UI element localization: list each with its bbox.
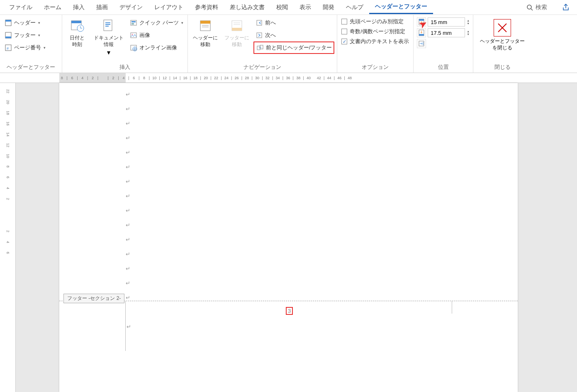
document-page[interactable]: ↵↵↵↵↵↵↵↵↵↵↵↵↵↵↵ フッター -セクション 2- 3 ↵: [59, 83, 518, 392]
next-icon: [255, 31, 263, 39]
page-number-label: ページ番号: [14, 44, 41, 51]
link-to-previous-icon: [256, 44, 264, 52]
header-from-top-spinner[interactable]: ▲▼: [416, 17, 470, 27]
page-number-icon: #: [4, 44, 12, 52]
next-label: 次へ: [265, 32, 276, 39]
svg-rect-31: [234, 24, 240, 25]
next-button[interactable]: 次へ: [253, 29, 335, 41]
document-info-button[interactable]: ドキュメント 情報▾: [91, 17, 126, 57]
svg-rect-22: [131, 45, 136, 50]
tab-view[interactable]: 表示: [294, 1, 317, 14]
document-info-label: ドキュメント 情報: [94, 35, 124, 48]
checkbox-icon: [341, 19, 347, 24]
tab-header-footer[interactable]: ヘッダーとフッター: [369, 0, 433, 14]
close-header-footer-label: ヘッダーとフッター を閉じる: [480, 38, 525, 51]
group-label-navigation: ナビゲーション: [190, 63, 335, 73]
checkbox-icon: [341, 29, 347, 34]
online-image-icon: [129, 44, 138, 52]
tab-layout[interactable]: レイアウト: [149, 1, 189, 14]
previous-icon: [255, 19, 263, 27]
header-button[interactable]: ヘッダー▾: [2, 17, 59, 29]
svg-rect-25: [200, 21, 210, 24]
previous-label: 前へ: [265, 19, 276, 27]
svg-rect-16: [105, 26, 109, 27]
svg-rect-3: [5, 20, 11, 22]
svg-rect-27: [202, 27, 209, 27]
date-time-icon: [69, 17, 85, 34]
tab-home[interactable]: ホーム: [38, 1, 67, 14]
goto-footer-icon: [229, 17, 245, 34]
group-label-header-footer: ヘッダーとフッター: [2, 63, 59, 73]
svg-point-0: [527, 5, 531, 9]
online-image-button[interactable]: オンライン画像: [128, 41, 185, 54]
search-icon: [526, 4, 533, 11]
tab-insert[interactable]: 挿入: [67, 1, 90, 14]
search-button[interactable]: 検索: [523, 2, 550, 13]
quick-parts-icon: [129, 19, 138, 27]
date-time-label: 日付と 時刻: [70, 35, 85, 48]
group-label-options: オプション: [340, 63, 411, 73]
footer-icon: [4, 31, 12, 39]
svg-line-1: [531, 9, 533, 10]
svg-rect-35: [260, 45, 263, 49]
header-top-icon: [417, 17, 426, 27]
search-label: 検索: [536, 4, 547, 11]
footer-from-bottom-spinner[interactable]: ▲▼: [416, 27, 470, 38]
footer-section-tag: フッター -セクション 2-: [63, 294, 124, 303]
tab-mailings[interactable]: 差し込み文書: [224, 1, 270, 14]
insert-alignment-tab-button[interactable]: [416, 38, 470, 49]
link-to-previous-button[interactable]: 前と同じヘッダー/フッター: [253, 41, 335, 54]
svg-text:#: #: [7, 46, 9, 51]
tab-references[interactable]: 参考資料: [189, 1, 224, 14]
tab-draw[interactable]: 描画: [90, 1, 114, 14]
quick-parts-label: クイック パーツ: [139, 19, 179, 27]
image-icon: [129, 31, 138, 39]
body-text: ↵↵↵↵↵↵↵↵↵↵↵↵↵↵↵: [126, 91, 130, 309]
spinner-arrows[interactable]: ▲▼: [467, 19, 470, 25]
svg-rect-39: [419, 34, 424, 36]
link-to-previous-label: 前と同じヘッダー/フッター: [266, 44, 332, 51]
different-first-page-checkbox[interactable]: 先頭ページのみ別指定: [340, 17, 411, 27]
horizontal-ruler[interactable]: 8|6|4|2||2|4|6|8|10|12|14|16|18|20|22|24…: [0, 73, 577, 83]
margin-guide-right: [452, 301, 452, 314]
goto-footer-label: フッターに 移動: [224, 35, 249, 48]
page-number-button[interactable]: # ページ番号▾: [2, 41, 59, 54]
tab-help[interactable]: ヘルプ: [340, 1, 369, 14]
footer-button[interactable]: フッター▾: [2, 29, 59, 41]
footer-from-bottom-input[interactable]: [428, 28, 465, 37]
group-label-close: 閉じる: [476, 63, 529, 73]
svg-rect-33: [257, 33, 262, 38]
page-number-field[interactable]: 3: [286, 307, 293, 315]
svg-rect-37: [419, 19, 424, 21]
ribbon: ヘッダー▾ フッター▾ # ページ番号▾ ヘッダーとフッター 日付と 時刻: [0, 15, 577, 73]
close-icon: [494, 19, 511, 37]
share-button[interactable]: [559, 3, 574, 12]
header-icon: [4, 19, 12, 27]
show-document-text-checkbox[interactable]: ✓ 文書内のテキストを表示: [340, 37, 411, 46]
spinner-arrows[interactable]: ▲▼: [467, 30, 470, 36]
different-first-page-label: 先頭ページのみ別指定: [350, 18, 404, 25]
online-image-label: オンライン画像: [139, 44, 177, 51]
date-time-button[interactable]: 日付と 時刻: [65, 17, 90, 49]
vertical-ruler[interactable]: 222018161412108642246: [0, 83, 16, 392]
tab-developer[interactable]: 開発: [317, 1, 340, 14]
close-header-footer-button[interactable]: ヘッダーとフッター を閉じる: [476, 17, 529, 54]
odd-even-pages-checkbox[interactable]: 奇数/偶数ページ別指定: [340, 27, 411, 37]
svg-rect-18: [131, 21, 136, 22]
editor-area: L 8|6|4|2||2|4|6|8|10|12|14|16|18|20|22|…: [0, 73, 577, 392]
goto-header-button[interactable]: ヘッダーに 移動: [190, 17, 220, 49]
tab-file[interactable]: ファイル: [3, 1, 38, 14]
previous-button[interactable]: 前へ: [253, 17, 335, 29]
svg-rect-29: [232, 28, 242, 31]
group-label-insert: 挿入: [65, 63, 185, 73]
tab-design[interactable]: デザイン: [114, 1, 149, 14]
margin-guide-left: [125, 301, 126, 351]
header-from-top-input[interactable]: [428, 17, 465, 27]
svg-rect-5: [5, 37, 11, 38]
tab-bar: ファイル ホーム 挿入 描画 デザイン レイアウト 参考資料 差し込み文書 校閲…: [0, 0, 577, 15]
tab-review[interactable]: 校閲: [270, 1, 294, 14]
group-label-position: 位置: [416, 63, 470, 73]
quick-parts-button[interactable]: クイック パーツ▾: [128, 17, 185, 29]
svg-rect-30: [234, 22, 240, 23]
image-button[interactable]: 画像: [128, 29, 185, 41]
